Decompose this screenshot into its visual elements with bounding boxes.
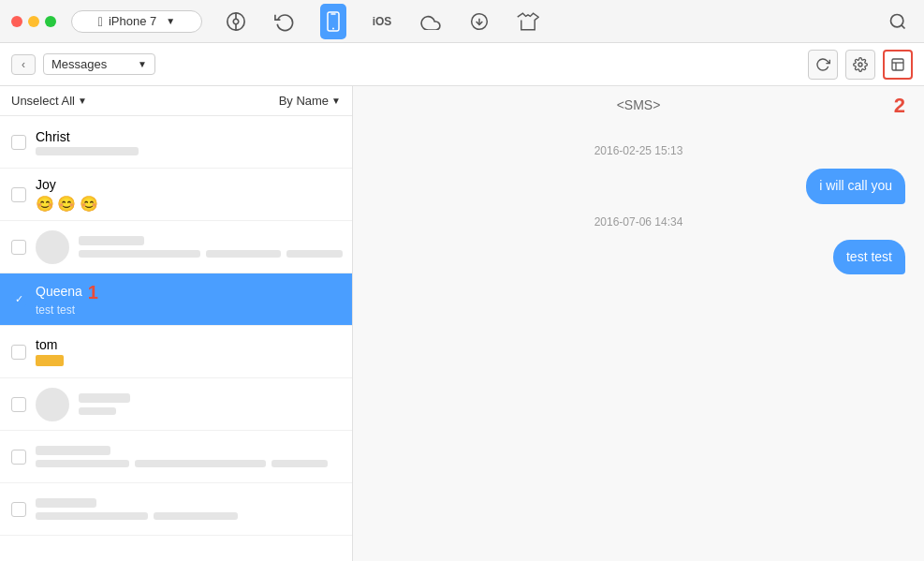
contact-info-unknown3 bbox=[36, 446, 341, 467]
contact-checkbox-tom[interactable] bbox=[11, 345, 26, 360]
contacts-list: Christ Joy 😊 😊 😊 bbox=[0, 116, 352, 561]
contact-checkbox-unknown2[interactable] bbox=[11, 397, 26, 412]
download-icon[interactable] bbox=[464, 7, 494, 37]
iphone-device-icon bbox=[320, 4, 346, 39]
top-toolbar:  iPhone 7 ▼ iOS bbox=[0, 0, 924, 43]
tshirt-icon[interactable] bbox=[513, 7, 543, 37]
date-divider-1: 2016-02-25 15:13 bbox=[372, 144, 905, 157]
sort-chevron-icon: ▼ bbox=[331, 96, 341, 106]
contacts-panel: Unselect All ▼ By Name ▼ Christ bbox=[0, 86, 353, 561]
device-name: iPhone 7 bbox=[109, 14, 156, 28]
joy-emoji-1: 😊 bbox=[36, 196, 54, 212]
window-controls bbox=[11, 16, 56, 27]
phone-icon[interactable] bbox=[318, 7, 348, 37]
svg-line-10 bbox=[902, 24, 905, 28]
message-2: test test bbox=[372, 240, 905, 275]
contact-info-joy: Joy 😊 😊 😊 bbox=[36, 177, 341, 213]
category-label: Messages bbox=[51, 57, 107, 71]
contact-info-christ: Christ bbox=[36, 129, 341, 155]
close-button[interactable] bbox=[11, 16, 22, 27]
svg-point-9 bbox=[891, 14, 903, 26]
device-selector[interactable]:  iPhone 7 ▼ bbox=[71, 10, 202, 33]
refresh-button[interactable] bbox=[808, 50, 838, 80]
toolbar-icons: iOS bbox=[221, 7, 543, 37]
main-content: Unselect All ▼ By Name ▼ Christ bbox=[0, 86, 924, 561]
secondary-toolbar: ‹ Messages ▼ bbox=[0, 43, 924, 86]
contact-avatar-unknown1 bbox=[36, 230, 69, 264]
date-text-2: 2016-07-06 14:34 bbox=[594, 215, 683, 229]
message-1: i will call you bbox=[372, 169, 905, 204]
messages-area: 2016-02-25 15:13 i will call you 2016-07… bbox=[353, 124, 924, 561]
contact-item-unknown2[interactable] bbox=[0, 378, 352, 431]
dropdown-arrow-icon: ▼ bbox=[138, 59, 147, 69]
sort-button[interactable]: By Name ▼ bbox=[279, 94, 341, 108]
contact-name-tom: tom bbox=[36, 337, 341, 352]
contact-preview-joy: 😊 😊 😊 bbox=[36, 195, 341, 213]
maximize-button[interactable] bbox=[45, 16, 56, 27]
contact-name-christ: Christ bbox=[36, 129, 341, 144]
action-buttons bbox=[808, 50, 913, 80]
svg-rect-12 bbox=[892, 59, 903, 70]
cloud-icon[interactable] bbox=[416, 7, 446, 37]
contact-info-queena: Queena 1 test test bbox=[36, 282, 341, 317]
joy-emoji-3: 😊 bbox=[80, 196, 98, 212]
contact-info-unknown2 bbox=[79, 393, 341, 415]
contact-preview-christ bbox=[36, 147, 341, 155]
sort-label: By Name bbox=[279, 94, 329, 108]
search-icon[interactable] bbox=[883, 7, 913, 37]
contact-item-joy[interactable]: Joy 😊 😊 😊 bbox=[0, 169, 352, 221]
contact-checkbox-unknown1[interactable] bbox=[11, 240, 26, 255]
category-dropdown[interactable]: Messages ▼ bbox=[43, 53, 155, 75]
joy-emoji-2: 😊 bbox=[57, 196, 76, 212]
export-button[interactable] bbox=[883, 50, 913, 80]
history-icon[interactable] bbox=[270, 7, 300, 37]
contact-item-tom[interactable]: tom bbox=[0, 326, 352, 378]
chevron-down-icon: ▼ bbox=[166, 16, 175, 26]
contact-name-joy: Joy bbox=[36, 177, 341, 192]
contact-item-unknown1[interactable] bbox=[0, 221, 352, 273]
unselect-all-label: Unselect All bbox=[11, 94, 75, 108]
ios-icon[interactable]: iOS bbox=[367, 7, 397, 37]
apple-icon:  bbox=[98, 14, 103, 29]
contact-preview-queena: test test bbox=[36, 303, 341, 317]
contact-checkbox-joy[interactable] bbox=[11, 187, 26, 202]
contact-checkbox-christ[interactable] bbox=[11, 135, 26, 150]
contact-avatar-unknown2 bbox=[36, 388, 69, 421]
unselect-chevron-icon: ▼ bbox=[78, 96, 87, 106]
back-icon: ‹ bbox=[22, 58, 25, 71]
svg-point-6 bbox=[332, 27, 334, 29]
back-button[interactable]: ‹ bbox=[11, 54, 36, 75]
contact-checkbox-queena[interactable] bbox=[11, 292, 26, 307]
minimize-button[interactable] bbox=[28, 16, 39, 27]
contact-checkbox-unknown4[interactable] bbox=[11, 502, 26, 517]
contact-checkbox-unknown3[interactable] bbox=[11, 450, 26, 465]
message-text-2: test test bbox=[846, 249, 892, 264]
contact-item-unknown3[interactable] bbox=[0, 431, 352, 483]
unselect-all-button[interactable]: Unselect All ▼ bbox=[11, 94, 87, 108]
contact-item-christ[interactable]: Christ bbox=[0, 116, 352, 169]
message-text-1: i will call you bbox=[819, 178, 892, 193]
message-bubble-2: test test bbox=[833, 240, 905, 275]
contact-info-unknown4 bbox=[36, 498, 341, 520]
date-text-1: 2016-02-25 15:13 bbox=[594, 144, 683, 157]
contact-preview-tom bbox=[36, 355, 341, 366]
music-icon[interactable] bbox=[221, 7, 251, 37]
list-header: Unselect All ▼ By Name ▼ bbox=[0, 86, 352, 116]
chat-title: <SMS> bbox=[617, 97, 661, 112]
svg-point-11 bbox=[858, 63, 862, 66]
contact-item-unknown4[interactable] bbox=[0, 483, 352, 536]
contact-name-queena: Queena bbox=[36, 284, 82, 299]
contact-info-tom: tom bbox=[36, 337, 341, 366]
queena-badge: 1 bbox=[88, 282, 98, 303]
settings-button[interactable] bbox=[845, 50, 875, 80]
chat-header: <SMS> 2 bbox=[353, 86, 924, 124]
date-divider-2: 2016-07-06 14:34 bbox=[372, 215, 905, 229]
svg-point-1 bbox=[233, 19, 239, 24]
contact-info-unknown1 bbox=[79, 236, 343, 258]
message-bubble-1: i will call you bbox=[806, 169, 905, 204]
contact-item-queena[interactable]: Queena 1 test test bbox=[0, 273, 352, 326]
export-count-badge: 2 bbox=[894, 94, 905, 118]
chat-panel: <SMS> 2 2016-02-25 15:13 i will call you… bbox=[353, 86, 924, 561]
